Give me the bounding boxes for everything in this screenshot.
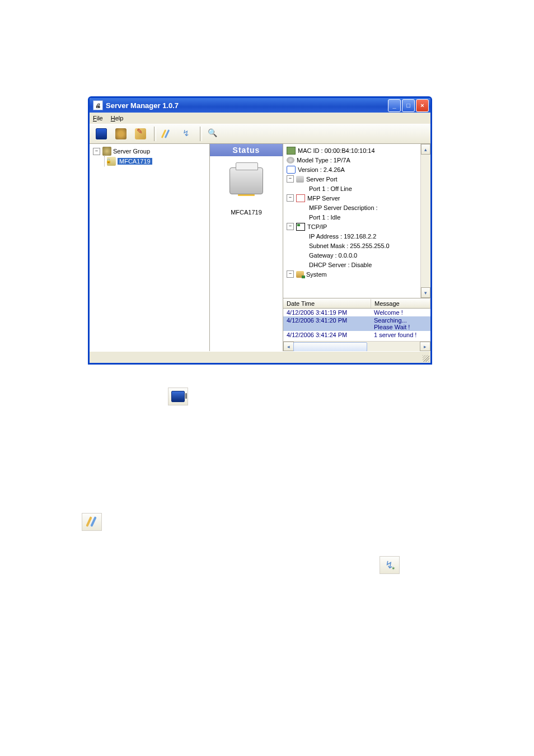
reset-icon — [181, 128, 192, 139]
toolbar-separator — [154, 127, 156, 141]
magnifier-icon — [207, 128, 218, 139]
collapse-icon[interactable]: − — [93, 148, 100, 155]
menu-file[interactable]: File — [93, 115, 103, 122]
port-icon — [296, 176, 304, 183]
scroll-down-icon[interactable]: ▾ — [421, 287, 430, 298]
minimize-button[interactable]: _ — [388, 99, 401, 112]
monitor-icon — [171, 391, 185, 402]
setup-icon — [135, 128, 146, 139]
titlebar[interactable]: 🖨 Server Manager 1.0.7 _ □ × — [90, 98, 430, 113]
tree-root[interactable]: − Server Group — [91, 146, 208, 156]
tree-root-label: Server Group — [113, 148, 150, 155]
detail-gateway: Gateway : 0.0.0.0 — [287, 250, 427, 260]
detail-system[interactable]: −System — [287, 269, 427, 279]
system-icon — [296, 271, 304, 278]
log-body: 4/12/2006 3:41:19 PM Welcome ! 4/12/2006… — [283, 309, 430, 341]
detail-tcp[interactable]: −TCP/IP — [287, 222, 427, 231]
detail-subnet: Subnet Mask : 255.255.255.0 — [287, 241, 427, 250]
collapse-icon[interactable]: − — [287, 223, 294, 230]
menubar: File Help — [90, 113, 430, 124]
close-button[interactable]: × — [416, 99, 429, 112]
log-col-datetime[interactable]: Date Time — [283, 299, 371, 308]
version-icon — [287, 166, 296, 174]
details-tree: MAC ID : 00:00:B4:10:10:14 Model Type : … — [283, 144, 430, 298]
log-horizontal-scrollbar[interactable]: ◂ ▸ — [283, 341, 430, 351]
detail-port1-off: Port 1 : Off Line — [287, 184, 427, 193]
toolbar-reset-button[interactable] — [178, 125, 195, 142]
app-icon: 🖨 — [93, 100, 103, 110]
collapse-icon[interactable]: − — [287, 175, 294, 183]
details-vertical-scrollbar[interactable]: ▴ ▾ — [420, 144, 430, 298]
detail-mfp-port: Port 1 : Idle — [287, 212, 427, 222]
standalone-search-server-icon — [168, 388, 188, 405]
toolbar-separator — [200, 127, 202, 141]
toolbar-setup-button[interactable] — [132, 125, 149, 142]
detail-mac: MAC ID : 00:00:B4:10:10:14 — [287, 146, 427, 155]
mfp-icon — [296, 194, 305, 202]
disc-icon — [287, 157, 294, 164]
collapse-icon[interactable]: − — [287, 270, 294, 278]
details-pane: MAC ID : 00:00:B4:10:10:14 Model Type : … — [283, 144, 430, 351]
log-row[interactable]: 4/12/2006 3:41:20 PM Searching... Please… — [283, 316, 430, 331]
status-header: Status — [210, 144, 283, 156]
toolbar — [90, 124, 430, 144]
log-col-message[interactable]: Message — [371, 299, 430, 308]
tree-server-label: MFCA1719 — [118, 158, 152, 165]
collapse-icon[interactable]: − — [287, 194, 294, 202]
toolbar-report-button[interactable] — [158, 125, 175, 142]
tcpip-icon — [296, 223, 305, 231]
window-title: Server Manager 1.0.7 — [106, 101, 179, 110]
report-icon — [161, 128, 172, 139]
standalone-report-icon — [82, 513, 102, 531]
reset-icon — [383, 559, 396, 571]
monitor-icon — [96, 128, 107, 139]
detail-mfp[interactable]: −MFP Server — [287, 193, 427, 203]
scroll-up-icon[interactable]: ▴ — [421, 144, 430, 155]
scroll-thumb[interactable] — [293, 342, 367, 352]
detail-serverport[interactable]: −Server Port — [287, 174, 427, 184]
tree-pane: − Server Group MFCA1719 — [90, 144, 210, 351]
toolbar-group-button[interactable] — [113, 125, 129, 142]
standalone-reset-icon — [380, 556, 400, 574]
detail-ip: IP Address : 192.168.2.2 — [287, 231, 427, 241]
log-header: Date Time Message — [283, 298, 430, 309]
group-icon — [115, 128, 127, 139]
scroll-track[interactable] — [421, 155, 430, 287]
printer-icon — [229, 167, 263, 194]
toolbar-refresh-button[interactable] — [204, 125, 221, 142]
log-row[interactable]: 4/12/2006 3:41:19 PM Welcome ! — [283, 309, 430, 316]
menu-help[interactable]: Help — [111, 115, 124, 122]
statusbar — [90, 351, 430, 363]
device-name: MFCA1719 — [231, 209, 262, 216]
tree-server-item[interactable]: MFCA1719 — [107, 156, 208, 166]
scroll-right-icon[interactable]: ▸ — [420, 342, 430, 351]
server-group-icon — [102, 147, 111, 156]
log-row[interactable]: 4/12/2006 3:41:24 PM 1 server found ! — [283, 331, 430, 339]
nic-icon — [287, 147, 296, 155]
toolbar-search-server-button[interactable] — [93, 125, 110, 142]
scroll-left-icon[interactable]: ◂ — [283, 342, 294, 351]
server-icon — [107, 157, 116, 166]
report-icon — [86, 516, 98, 528]
app-window: 🖨 Server Manager 1.0.7 _ □ × File Help — [88, 96, 432, 365]
detail-mfp-desc: MFP Server Description : — [287, 203, 427, 212]
status-pane: Status MFCA1719 — [210, 144, 283, 351]
detail-model: Model Type : 1P/7A — [287, 155, 427, 165]
maximize-button[interactable]: □ — [402, 99, 415, 112]
detail-version: Version : 2.4.26A — [287, 165, 427, 174]
detail-dhcp: DHCP Server : Disable — [287, 260, 427, 269]
